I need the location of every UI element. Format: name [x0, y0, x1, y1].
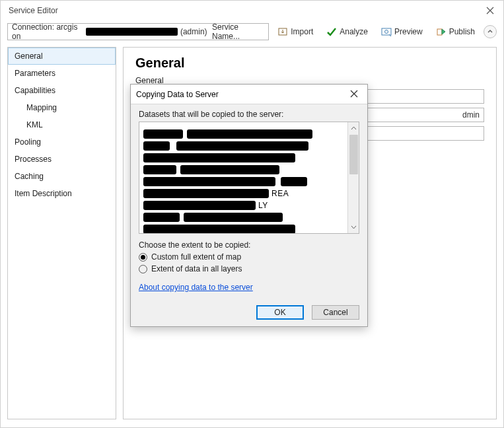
list-item — [143, 176, 343, 187]
connection-box[interactable]: Connection: arcgis on (admin) Service Na… — [7, 23, 269, 40]
list-item — [143, 129, 343, 139]
scroll-up-arrow[interactable] — [349, 124, 359, 133]
chevron-up-icon — [351, 125, 357, 131]
service-name-label: Service Name... — [212, 23, 264, 40]
collapse-toggle[interactable] — [484, 25, 497, 38]
dialog-close-button[interactable] — [346, 88, 362, 101]
window-titlebar: Service Editor — [1, 1, 503, 20]
sidebar-item-processes[interactable]: Processes — [8, 151, 116, 168]
copying-data-dialog: Copying Data to Server Datasets that wil… — [130, 84, 368, 327]
sidebar-item-parameters[interactable]: Parameters — [8, 65, 116, 82]
list-item — [143, 224, 343, 233]
preview-button[interactable]: Preview — [377, 24, 427, 39]
list-item: REA — [143, 188, 343, 199]
sidebar-item-general[interactable]: General — [8, 48, 116, 65]
sidebar-item-label: Item Description — [15, 189, 72, 198]
partial-value: dmin — [462, 110, 480, 120]
preview-icon — [381, 26, 392, 37]
sidebar: General Parameters Capabilities Mapping … — [7, 47, 116, 419]
close-icon — [350, 90, 358, 98]
choose-extent-label: Choose the extent to be copied: — [139, 240, 359, 250]
import-button[interactable]: Import — [273, 24, 318, 39]
page-heading: General — [135, 55, 484, 71]
check-icon — [326, 26, 337, 37]
import-icon — [277, 26, 288, 37]
analyze-button[interactable]: Analyze — [322, 24, 373, 39]
connection-suffix: (admin) — [180, 27, 207, 36]
sidebar-item-label: Caching — [15, 172, 44, 181]
sidebar-item-capabilities[interactable]: Capabilities — [8, 82, 116, 99]
radio-icon — [139, 265, 147, 273]
datasets-listbox[interactable]: REA LY — [139, 122, 359, 234]
list-item — [143, 141, 343, 151]
publish-button[interactable]: Publish — [431, 24, 480, 39]
radio-data-extent[interactable]: Extent of data in all layers — [139, 264, 359, 273]
redacted-server — [86, 28, 178, 36]
sidebar-item-label: Processes — [15, 155, 52, 164]
publish-icon — [436, 26, 447, 37]
ok-button[interactable]: OK — [256, 305, 304, 320]
scroll-thumb[interactable] — [349, 135, 358, 174]
dialog-titlebar: Copying Data to Server — [131, 85, 367, 104]
listbox-content: REA LY — [139, 122, 347, 233]
close-icon — [486, 7, 494, 15]
window-title: Service Editor — [9, 6, 58, 15]
sidebar-item-mapping[interactable]: Mapping — [8, 99, 116, 116]
svg-rect-1 — [382, 28, 391, 35]
sidebar-item-label: Capabilities — [15, 86, 55, 95]
scrollbar[interactable] — [347, 122, 359, 233]
svg-point-2 — [384, 30, 388, 34]
svg-rect-3 — [437, 29, 442, 35]
sidebar-item-label: General — [15, 52, 43, 61]
list-item: LY — [143, 200, 343, 211]
sidebar-item-kml[interactable]: KML — [8, 116, 116, 133]
window-close-button[interactable] — [477, 1, 503, 20]
sidebar-item-caching[interactable]: Caching — [8, 168, 116, 185]
cancel-button[interactable]: Cancel — [312, 305, 359, 320]
chevron-up-icon — [487, 28, 493, 35]
datasets-label: Datasets that will be copied to the serv… — [139, 110, 359, 119]
sidebar-item-label: Mapping — [26, 103, 57, 112]
sidebar-item-item-description[interactable]: Item Description — [8, 185, 116, 202]
radio-label: Extent of data in all layers — [151, 264, 242, 273]
sidebar-item-label: KML — [26, 120, 43, 129]
radio-icon — [139, 253, 147, 262]
connection-prefix: Connection: arcgis on — [12, 23, 83, 40]
chevron-down-icon — [351, 224, 357, 230]
list-item — [143, 164, 343, 175]
sidebar-item-pooling[interactable]: Pooling — [8, 133, 116, 151]
toolbar: Connection: arcgis on (admin) Service Na… — [1, 20, 503, 43]
dialog-title: Copying Data to Server — [136, 90, 219, 99]
list-item — [143, 153, 343, 163]
list-item — [143, 212, 343, 223]
sidebar-item-label: Parameters — [15, 69, 55, 78]
help-link[interactable]: About copying data to the server — [139, 283, 253, 292]
radio-custom-extent[interactable]: Custom full extent of map — [139, 252, 359, 262]
radio-label: Custom full extent of map — [151, 252, 241, 262]
scroll-down-arrow[interactable] — [349, 222, 359, 232]
sidebar-item-label: Pooling — [15, 137, 41, 147]
